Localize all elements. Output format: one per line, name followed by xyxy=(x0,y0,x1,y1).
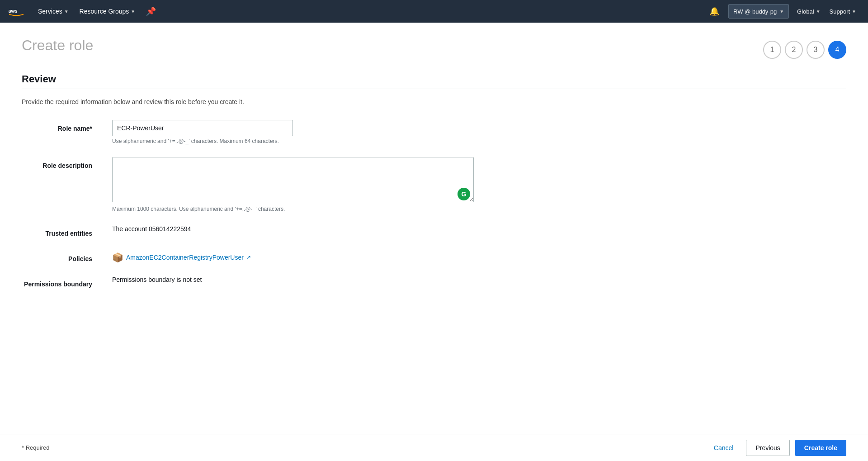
role-description-label: Role description xyxy=(42,157,101,174)
support-menu[interactable]: Support ▼ xyxy=(825,0,861,23)
step-4[interactable]: 4 xyxy=(828,41,846,59)
support-label: Support xyxy=(830,8,850,15)
external-link-icon: ↗ xyxy=(246,254,251,261)
resource-groups-nav-item[interactable]: Resource Groups ▼ xyxy=(74,0,141,23)
role-description-wrapper: G xyxy=(112,157,474,204)
aws-logo[interactable]: aws xyxy=(7,5,25,18)
main-content: Create role 1 2 3 4 Review Provide the r… xyxy=(0,23,868,434)
services-label: Services xyxy=(38,8,62,15)
section-description: Provide the required information below a… xyxy=(22,98,846,105)
required-label: * Required xyxy=(22,444,49,451)
previous-button[interactable]: Previous xyxy=(746,440,789,456)
step-3[interactable]: 3 xyxy=(807,41,825,59)
step-indicator: 1 2 3 4 xyxy=(763,41,846,59)
grammarly-icon: G xyxy=(458,188,470,200)
support-chevron-icon: ▼ xyxy=(852,9,856,14)
trusted-entities-label: Trusted entities xyxy=(46,224,101,242)
services-nav-item[interactable]: Services ▼ xyxy=(33,0,74,23)
resource-groups-chevron-icon: ▼ xyxy=(131,9,135,14)
footer-actions: Cancel Previous Create role xyxy=(707,440,846,456)
step-1[interactable]: 1 xyxy=(763,41,781,59)
account-label: RW @ buddy-pg xyxy=(733,8,777,15)
region-label: Global xyxy=(797,8,814,15)
policies-value-col: 📦 AmazonEC2ContainerRegistryPowerUser ↗ xyxy=(112,250,846,263)
role-description-hint: Maximum 1000 characters. Use alphanumeri… xyxy=(112,206,846,212)
bell-icon[interactable]: 🔔 xyxy=(704,0,725,23)
role-description-label-col: Role description xyxy=(22,157,112,170)
permissions-boundary-value-col: Permissions boundary is not set xyxy=(112,276,846,284)
trusted-entities-label-col: Trusted entities xyxy=(22,225,112,238)
policies-label: Policies xyxy=(68,250,101,267)
policy-name: AmazonEC2ContainerRegistryPowerUser xyxy=(126,254,244,261)
account-menu[interactable]: RW @ buddy-pg ▼ xyxy=(728,4,789,19)
region-menu[interactable]: Global ▼ xyxy=(793,0,825,23)
section-title: Review xyxy=(22,73,846,85)
permissions-boundary-row: Permissions boundary Permissions boundar… xyxy=(22,276,846,288)
page-header: Create role 1 2 3 4 xyxy=(22,37,846,59)
permissions-boundary-label: Permissions boundary xyxy=(24,275,101,292)
role-description-value-col: G Maximum 1000 characters. Use alphanume… xyxy=(112,157,846,212)
cancel-button[interactable]: Cancel xyxy=(707,441,741,455)
policy-link[interactable]: 📦 AmazonEC2ContainerRegistryPowerUser ↗ xyxy=(112,250,846,263)
navbar: aws Services ▼ Resource Groups ▼ 📌 🔔 RW … xyxy=(0,0,868,23)
trusted-entities-value-col: The account 056014222594 xyxy=(112,225,846,233)
role-name-value-col: Use alphanumeric and '+=,.@-_' character… xyxy=(112,120,846,144)
svg-text:aws: aws xyxy=(9,8,18,14)
region-chevron-icon: ▼ xyxy=(816,9,821,14)
policy-box-icon: 📦 xyxy=(112,252,123,263)
role-name-hint: Use alphanumeric and '+=,.@-_' character… xyxy=(112,138,846,144)
account-chevron-icon: ▼ xyxy=(779,9,784,14)
create-role-button[interactable]: Create role xyxy=(795,440,846,456)
page-title: Create role xyxy=(22,37,93,54)
role-name-row: Role name* Use alphanumeric and '+=,.@-_… xyxy=(22,120,846,144)
policies-label-col: Policies xyxy=(22,250,112,263)
section-divider xyxy=(22,89,846,89)
pin-icon[interactable]: 📌 xyxy=(141,0,161,23)
role-description-textarea[interactable] xyxy=(112,157,474,202)
trusted-entities-value: The account 056014222594 xyxy=(112,220,191,233)
permissions-boundary-value: Permissions boundary is not set xyxy=(112,271,202,283)
role-name-label: Role name* xyxy=(58,119,101,137)
page-footer: * Required Cancel Previous Create role xyxy=(0,434,868,461)
role-description-row: Role description G Maximum 1000 characte… xyxy=(22,157,846,212)
policies-row: Policies 📦 AmazonEC2ContainerRegistryPow… xyxy=(22,250,846,263)
services-chevron-icon: ▼ xyxy=(64,9,69,14)
role-name-input[interactable] xyxy=(112,120,293,136)
step-2[interactable]: 2 xyxy=(785,41,803,59)
role-name-label-col: Role name* xyxy=(22,120,112,133)
resource-groups-label: Resource Groups xyxy=(80,8,129,15)
trusted-entities-row: Trusted entities The account 05601422259… xyxy=(22,225,846,238)
permissions-boundary-label-col: Permissions boundary xyxy=(22,276,112,288)
